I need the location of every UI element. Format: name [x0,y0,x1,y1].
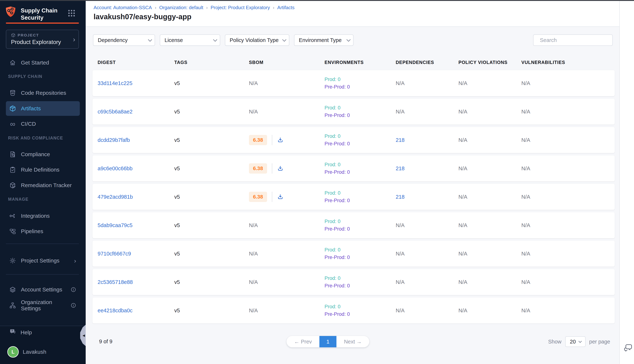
column-header-environments: ENVIRONMENTS [325,60,396,65]
page-size-select[interactable]: 20 [565,336,585,347]
download-sbom-button[interactable] [277,165,284,172]
vulnerabilities-cell: N/A [521,251,615,257]
sbom-score-badge: 6.38 [249,192,267,202]
dependencies-value[interactable]: 218 [396,137,405,143]
download-sbom-button[interactable] [277,194,284,200]
filter-license[interactable]: License [160,34,220,46]
tags-cell: v5 [174,109,249,115]
pipelines-icon [9,228,16,235]
dependencies-cell: N/A [396,251,458,257]
dependencies-value: N/A [396,109,405,114]
feedback-chat-icon[interactable] [623,343,633,352]
policy-violations-value: N/A [458,80,467,86]
digest-link[interactable]: a9c6e00c66bb [98,166,132,171]
compliance-document-icon [9,151,16,158]
digest-link[interactable]: 479e2acd981b [98,194,133,200]
tag-value: v5 [174,279,180,285]
digest-link[interactable]: 5dab9caa79c5 [98,222,132,228]
dependencies-value: N/A [396,308,405,314]
download-sbom-button[interactable] [277,137,284,143]
tags-cell: v5 [174,222,249,228]
sbom-cell: N/A [249,279,325,285]
sidebar: Supply Chain Security PROJECT Product Ex… [0,0,86,364]
sbom-cell: 6.38 [249,163,325,174]
vulnerabilities-cell: N/A [521,166,615,172]
env-prod-value: Prod: 0 [325,76,396,82]
sidebar-item-label: Compliance [21,151,50,158]
digest-link[interactable]: 9710cf6667c9 [98,251,131,256]
sidebar-item-get-started[interactable]: Get Started [6,55,80,70]
sidebar-item-cicd[interactable]: ∞ CI/CD [6,116,80,131]
sidebar-item-code-repositories[interactable]: Code Repositories [6,86,80,100]
user-menu[interactable]: L Lavakush [7,346,46,358]
environments-cell: Prod: 0 Pre-Prod: 0 [325,76,396,90]
digest-link[interactable]: 2c5365718e88 [98,279,133,285]
policy-violations-cell: N/A [458,194,521,200]
digest-cell: 479e2acd981b [98,194,174,200]
environments-cell: Prod: 0 Pre-Prod: 0 [325,190,396,204]
next-page-button[interactable]: Next → [337,339,369,345]
environments-cell: Prod: 0 Pre-Prod: 0 [325,276,396,289]
digest-link[interactable]: 33d114e1c225 [98,80,132,86]
sidebar-item-pipelines[interactable]: Pipelines [6,224,80,239]
vulnerabilities-cell: N/A [521,80,615,86]
infinity-icon: ∞ [9,120,16,128]
sidebar-section-risk-and-compliance: RISK AND COMPLIANCE [8,135,63,141]
dependencies-cell: N/A [396,109,458,115]
digest-link[interactable]: ee4218cdba0c [98,308,132,314]
filter-policy-violation-type[interactable]: Policy Violation Type [225,34,289,46]
environments-cell: Prod: 0 Pre-Prod: 0 [325,247,396,260]
filter-environment-type[interactable]: Environment Type [294,34,354,46]
dependencies-value[interactable]: 218 [396,194,405,200]
dependencies-cell: N/A [396,279,458,285]
sbom-na-value: N/A [249,251,258,256]
project-selector[interactable]: PROJECT Product Exploratory › [6,30,79,49]
sidebar-item-remediation-tracker[interactable]: Remediation Tracker [6,178,80,193]
breadcrumb-account-link[interactable]: Account: Automation-SSCA [94,5,152,10]
breadcrumb-project-link[interactable]: Project: Product Exploratory [211,5,270,10]
dependencies-value[interactable]: 218 [396,166,405,171]
sidebar-item-label: Account Settings [21,286,62,293]
dependencies-cell: N/A [396,222,458,228]
row-count: 9 of 9 [99,338,112,344]
filter-dependency[interactable]: Dependency [93,34,155,46]
env-preprod-value: Pre-Prod: 0 [325,254,396,260]
sidebar-item-label: Pipelines [21,228,43,234]
project-label: PROJECT [18,33,39,38]
sidebar-item-integrations[interactable]: Integrations [6,208,80,223]
sidebar-item-label: Artifacts [21,106,41,112]
digest-cell: 5dab9caa79c5 [98,222,174,228]
sbom-cell: N/A [249,109,325,115]
policy-violations-cell: N/A [458,279,521,285]
sidebar-item-rule-definitions[interactable]: Rule Definitions [6,162,80,177]
tags-cell: v5 [174,80,249,86]
chevron-right-icon: › [273,5,274,10]
page-size-control: Show 20 per page [548,336,610,347]
env-preprod-value: Pre-Prod: 0 [325,198,396,204]
sidebar-item-label: Organization Settings [21,299,66,312]
environments-cell: Prod: 0 Pre-Prod: 0 [325,162,396,175]
sidebar-section-manage: MANAGE [8,196,29,202]
sidebar-item-compliance[interactable]: Compliance [6,147,80,162]
search-input[interactable] [540,37,609,43]
digest-cell: 2c5365718e88 [98,279,174,285]
svg-text:?: ? [11,329,13,332]
help-button[interactable]: ? Help [6,326,72,339]
sbom-divider [272,163,272,174]
page-1-button[interactable]: 1 [320,336,337,347]
app-switcher-grid-icon[interactable] [68,10,75,16]
table-row: 9710cf6667c9 v5 N/A Prod: 0 Pre-Prod: 0 … [93,241,615,267]
sidebar-item-artifacts[interactable]: Artifacts [6,101,80,116]
digest-link[interactable]: dcdd29b7fafb [98,137,130,143]
sidebar-item-organization-settings[interactable]: Organization Settings [6,298,80,313]
breadcrumb-artifacts-link[interactable]: Artifacts [277,5,295,10]
digest-link[interactable]: c69c5b6a8ae2 [98,109,132,114]
table-row: c69c5b6a8ae2 v5 N/A Prod: 0 Pre-Prod: 0 … [93,98,615,125]
sidebar-item-project-settings[interactable]: Project Settings › [6,253,80,268]
env-prod-value: Prod: 0 [325,276,396,281]
per-page-label: per page [589,339,610,345]
clipboard-check-icon [9,166,16,173]
sidebar-item-account-settings[interactable]: Account Settings [6,282,80,297]
breadcrumb-organization-link[interactable]: Organization: default [159,5,203,10]
prev-page-button[interactable]: ← Prev [286,339,320,345]
